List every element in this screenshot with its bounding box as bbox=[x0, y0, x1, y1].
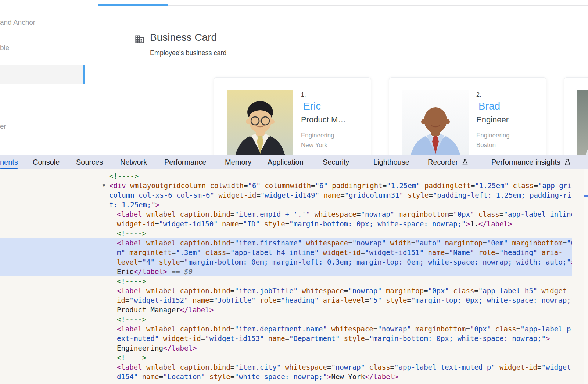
tab-label: Console bbox=[33, 158, 60, 166]
syntax-token: "app-label h5" bbox=[478, 287, 537, 295]
syntax-token: name bbox=[424, 248, 445, 256]
tab-elements[interactable]: nents bbox=[0, 155, 18, 169]
app-window: and Anchorbleer Business Card Employee's… bbox=[0, 0, 588, 155]
dom-node-line[interactable]: <!----> bbox=[0, 276, 572, 286]
tab-recorder[interactable]: Recorder bbox=[428, 155, 469, 169]
tab-label: Performance insights bbox=[491, 158, 560, 166]
dom-node-line[interactable]: t: 1.25em;"> bbox=[0, 200, 572, 209]
syntax-token: "margin-top: 0px; white-space: nowrap;" bbox=[411, 296, 572, 304]
tab-label: Memory bbox=[225, 158, 251, 166]
dom-node-line[interactable]: <label wmlabel caption.bind="item.city" … bbox=[0, 362, 572, 372]
sidebar-item[interactable]: ble bbox=[0, 44, 9, 52]
dom-node-line[interactable]: column col-xs-6 col-sm-6" widget-id="wid… bbox=[0, 190, 572, 200]
tab-performance-insights[interactable]: Performance insights bbox=[491, 155, 571, 169]
employee-photo-frame bbox=[402, 90, 469, 155]
syntax-token: Engineering bbox=[117, 344, 163, 352]
tab-application[interactable]: Application bbox=[268, 155, 304, 169]
syntax-token: "widget-id153" bbox=[205, 334, 264, 342]
syntax-token: wmlabel caption.bind bbox=[142, 363, 230, 371]
sidebar: and Anchorbleer bbox=[0, 0, 85, 155]
employee-card[interactable]: 1. Eric Product M… Engineering New York bbox=[214, 77, 371, 155]
syntax-token: "padding-left: 1.25em; padding-righ bbox=[433, 191, 572, 199]
tab-network[interactable]: Network bbox=[120, 155, 147, 169]
syntax-token: widget- bbox=[537, 287, 571, 295]
tab-label: Sources bbox=[76, 158, 103, 166]
selected-dom-node-line[interactable]: <label wmlabel caption.bind="item.firstn… bbox=[0, 238, 572, 248]
dom-node-line[interactable]: ext-muted" widget-id="widget-id153" name… bbox=[0, 334, 572, 343]
sidebar-item[interactable]: and Anchor bbox=[0, 18, 35, 26]
syntax-token: wmlabel caption.bind bbox=[142, 325, 230, 333]
main-content: Business Card Employee's business card 1… bbox=[85, 0, 588, 155]
syntax-token: margintop bbox=[441, 239, 483, 247]
dom-node-line[interactable]: Engineering</label> bbox=[0, 343, 572, 353]
syntax-token: "0px" bbox=[453, 210, 474, 218]
syntax-token: class bbox=[201, 248, 226, 256]
employee-department: Engineering bbox=[301, 132, 334, 139]
dom-node-line[interactable]: <!----> bbox=[0, 171, 572, 181]
syntax-token: "white-space: nowrap;" bbox=[234, 373, 327, 381]
sidebar-active-item[interactable] bbox=[0, 65, 83, 84]
syntax-token: "app-grid- bbox=[538, 182, 572, 190]
employee-card[interactable]: 3. Chris Archit Enginee Atlanta bbox=[564, 77, 588, 155]
dom-node-line[interactable]: Product Manager</label> bbox=[0, 305, 572, 315]
syntax-token: "nowrap" bbox=[348, 287, 382, 295]
syntax-token: "auto" bbox=[415, 239, 441, 247]
syntax-token: = bbox=[230, 325, 234, 333]
syntax-token: widget-id bbox=[214, 191, 256, 199]
building-icon bbox=[135, 34, 145, 44]
employee-photo bbox=[227, 90, 293, 155]
tab-memory[interactable]: Memory bbox=[225, 155, 251, 169]
syntax-token: = bbox=[365, 334, 369, 342]
dom-node-line[interactable]: widget-id="widget-id150" name="ID" style… bbox=[0, 219, 572, 229]
twisty-expand-arrow[interactable]: ▼ bbox=[103, 181, 105, 190]
scrollbar[interactable] bbox=[584, 169, 588, 384]
tab-lighthouse[interactable]: Lighthouse bbox=[373, 155, 409, 169]
dom-node-line[interactable]: <label wmlabel caption.bind="item.empId … bbox=[0, 209, 572, 219]
syntax-token: "nowrap" bbox=[377, 325, 411, 333]
syntax-token: = bbox=[125, 296, 129, 304]
employee-id: 1. bbox=[301, 91, 306, 98]
employee-photo-frame bbox=[227, 90, 293, 155]
syntax-token: role bbox=[474, 248, 495, 256]
employee-card[interactable]: 2. Brad Engineer Engineering Boston bbox=[389, 77, 546, 155]
syntax-token: = bbox=[226, 248, 230, 256]
selected-dom-node-line[interactable]: Eric</label> == $0 bbox=[0, 267, 572, 276]
dom-node-line[interactable]: <!----> bbox=[0, 229, 572, 238]
tab-performance[interactable]: Performance bbox=[164, 155, 207, 169]
syntax-token: = bbox=[445, 248, 449, 256]
syntax-token: columnwidth bbox=[261, 182, 311, 190]
dom-node-line[interactable]: d154" name="Location" style="white-space… bbox=[0, 372, 572, 381]
sidebar-item[interactable]: er bbox=[0, 122, 6, 130]
syntax-token: "6" bbox=[315, 182, 328, 190]
syntax-token: = bbox=[424, 287, 428, 295]
tab-label: Performance bbox=[164, 158, 207, 166]
dom-node-line[interactable]: id="widget-id152" name="JobTitle" role="… bbox=[0, 295, 572, 305]
tab-console[interactable]: Console bbox=[33, 155, 60, 169]
dom-node-line[interactable]: <label wmlabel caption.bind="item.jobTit… bbox=[0, 286, 572, 295]
dom-node-line[interactable]: <!----> bbox=[0, 353, 572, 362]
syntax-token: = bbox=[348, 239, 352, 247]
syntax-token: "app-label h4 inline" bbox=[230, 248, 319, 256]
selected-dom-node-line[interactable]: m" marginleft=".3em" class="app-label h4… bbox=[0, 248, 572, 257]
syntax-token: d154" bbox=[117, 373, 138, 381]
dom-node-line[interactable]: <label wmlabel caption.bind="item.depart… bbox=[0, 324, 572, 334]
tab-sources[interactable]: Sources bbox=[76, 155, 103, 169]
syntax-token: </label> bbox=[180, 306, 214, 314]
syntax-token: name bbox=[264, 334, 285, 342]
syntax-token: "widget-id152" bbox=[129, 296, 188, 304]
syntax-token: "1.25em" bbox=[387, 182, 420, 190]
syntax-token: "widget-i bbox=[541, 363, 572, 371]
syntax-token: id bbox=[117, 296, 125, 304]
syntax-token: "heading" bbox=[281, 296, 319, 304]
syntax-token: "0px" bbox=[470, 325, 491, 333]
employee-job-title: Engineer bbox=[476, 115, 509, 125]
syntax-token: <!----> bbox=[117, 315, 146, 323]
syntax-token: "item.city" bbox=[234, 363, 281, 371]
syntax-token: = bbox=[449, 210, 453, 218]
syntax-token: name bbox=[138, 373, 159, 381]
syntax-token: = bbox=[311, 182, 315, 190]
dom-node-line[interactable]: <!----> bbox=[0, 315, 572, 324]
dom-node-line[interactable]: ▼<div wmlayoutgridcolumn colwidth="6" co… bbox=[0, 181, 572, 190]
selected-dom-node-line[interactable]: level="4" style="margin-bottom: 0em; mar… bbox=[0, 257, 572, 267]
tab-security[interactable]: Security bbox=[323, 155, 349, 169]
